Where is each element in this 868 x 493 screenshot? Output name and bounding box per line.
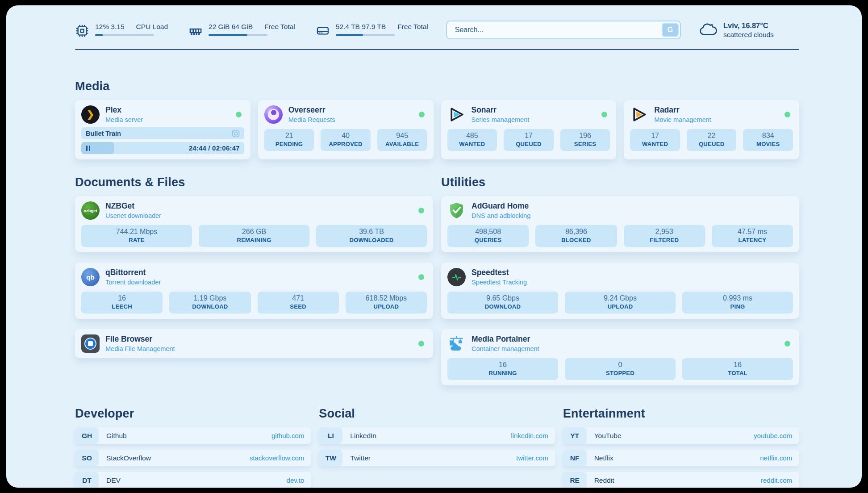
- link-name: DEV: [106, 476, 121, 485]
- card-header-text: NZBGetUsenet downloader: [105, 201, 161, 220]
- link-name: StackOverflow: [106, 454, 151, 462]
- card-title: Plex: [105, 105, 143, 115]
- now-playing-title: Bullet Train: [86, 130, 121, 137]
- card-header-text: Media PortainerContainer management: [472, 334, 539, 353]
- stat-value: 17: [506, 132, 551, 140]
- app-card-overseerr[interactable]: OverseerrMedia Requests21PENDING40APPROV…: [258, 100, 434, 159]
- stat-label: SERIES: [563, 141, 608, 147]
- stat-value: 485: [450, 132, 495, 140]
- app-card-adguard-home[interactable]: AdGuard HomeDNS and adblocking498,508QUE…: [441, 196, 799, 252]
- link-list: YTYouTubeyoutube.comNFNetflixnetflix.com…: [563, 427, 799, 488]
- link-row-linkedin[interactable]: LILinkedInlinkedin.com: [319, 427, 555, 444]
- app-card-speedtest[interactable]: SpeedtestSpeedtest Tracking9.65 GbpsDOWN…: [441, 263, 799, 319]
- disk-free: 52.4 TB: [336, 23, 360, 30]
- stat-chip-filtered: 2,953FILTERED: [624, 225, 705, 247]
- link-tag: RE: [563, 472, 587, 488]
- app-card-qbittorrent[interactable]: qbqBittorrentTorrent downloader16LEECH1.…: [75, 263, 433, 319]
- link-url: youtube.com: [754, 432, 792, 439]
- card-title: File Browser: [105, 334, 175, 344]
- weather-widget: Lviv, 16.87°C scattered clouds: [699, 21, 799, 39]
- stat-label: DOWNLOAD: [450, 303, 555, 310]
- card-stats-row: 498,508QUERIES86,396BLOCKED2,953FILTERED…: [447, 225, 793, 247]
- link-section-social: SocialLILinkedInlinkedin.comTWTwittertwi…: [319, 407, 555, 466]
- card-header: SonarrSeries management: [447, 105, 610, 124]
- stat-chip-available: 945AVAILABLE: [377, 129, 427, 151]
- card-header-text: AdGuard HomeDNS and adblocking: [472, 201, 530, 220]
- stat-value: 40: [323, 132, 368, 140]
- link-row-dev[interactable]: DTDEVdev.to: [75, 472, 311, 488]
- card-stats-row: 744.21 MbpsRATE266 GBREMAINING39.6 TBDOW…: [81, 225, 427, 247]
- stat-label: RATE: [84, 237, 189, 243]
- stat-value: 9.65 Gbps: [450, 294, 555, 302]
- search-input[interactable]: [446, 21, 681, 39]
- status-online-dot: [418, 341, 424, 347]
- link-tag: SO: [75, 450, 99, 466]
- card-header-text: SonarrSeries management: [472, 105, 530, 124]
- plex-icon: ❯: [81, 105, 100, 124]
- app-card-radarr[interactable]: RadarrMovie management17WANTED22QUEUED83…: [624, 100, 799, 159]
- cpu-usage: 12%: [95, 23, 109, 30]
- status-online-dot: [785, 112, 790, 117]
- card-subtitle: Media Requests: [288, 116, 335, 124]
- card-title: Radarr: [654, 105, 711, 115]
- stat-label: WANTED: [633, 141, 677, 147]
- cpu-stat: 12% 3.15 CPU Load: [75, 22, 168, 38]
- link-row-netflix[interactable]: NFNetflixnetflix.com: [563, 450, 799, 466]
- stat-chip-queries: 498,508QUERIES: [447, 225, 529, 247]
- stat-chip-stopped: 0STOPPED: [565, 358, 676, 380]
- playback-progress-content: 24:44 / 02:06:47: [86, 144, 240, 152]
- sonarr-icon: [447, 105, 466, 124]
- stat-label: SEED: [260, 303, 336, 310]
- stat-chip-upload: 618.52 MbpsUPLOAD: [346, 292, 427, 313]
- stat-value: 2,953: [626, 228, 702, 236]
- status-online-dot: [785, 341, 790, 347]
- link-row-stackoverflow[interactable]: SOStackOverflowstackoverflow.com: [75, 450, 311, 466]
- ram-icon: [188, 24, 203, 38]
- card-subtitle: Usenet downloader: [105, 212, 161, 220]
- card-title: qBittorrent: [105, 268, 161, 278]
- playback-time: 24:44 / 02:06:47: [189, 144, 240, 152]
- weather-condition: scattered clouds: [723, 31, 774, 39]
- stat-chip-download: 1.19 GbpsDOWNLOAD: [169, 292, 250, 313]
- link-row-github[interactable]: GHGithubgithub.com: [75, 427, 311, 444]
- search-engine-button[interactable]: G: [662, 23, 679, 37]
- stat-label: UPLOAD: [568, 303, 673, 310]
- stat-label: DOWNLOAD: [172, 303, 248, 310]
- app-card-sonarr[interactable]: SonarrSeries management485WANTED17QUEUED…: [441, 100, 617, 159]
- link-url: twitter.com: [516, 454, 548, 462]
- now-playing-row: Bullet Train: [81, 127, 244, 139]
- card-subtitle: DNS and adblocking: [472, 212, 530, 220]
- cloud-icon: [699, 23, 718, 37]
- stat-label: LEECH: [84, 303, 160, 310]
- disk-progress-fill: [336, 34, 363, 36]
- link-tag: NF: [563, 450, 587, 466]
- stat-label: UPLOAD: [348, 303, 424, 310]
- card-title: Overseerr: [288, 105, 335, 115]
- app-card-plex[interactable]: ❯PlexMedia serverBullet Train24:44 / 02:…: [75, 100, 250, 159]
- link-name: Netflix: [594, 454, 613, 462]
- card-header-text: qBittorrentTorrent downloader: [105, 268, 161, 286]
- card-subtitle: Series management: [472, 116, 530, 124]
- app-card-media-portainer[interactable]: Media PortainerContainer management16RUN…: [441, 329, 799, 385]
- link-row-reddit[interactable]: RERedditreddit.com: [563, 472, 799, 488]
- disk-icon: [316, 24, 330, 38]
- stat-chip-pending: 21PENDING: [264, 129, 314, 151]
- stat-label: APPROVED: [323, 141, 368, 147]
- stat-label: QUEUED: [689, 141, 734, 147]
- app-card-nzbget[interactable]: nzbgetNZBGetUsenet downloader744.21 Mbps…: [75, 196, 433, 252]
- stat-value: 21: [267, 132, 312, 140]
- link-row-twitter[interactable]: TWTwittertwitter.com: [319, 450, 555, 466]
- link-name: Github: [106, 432, 127, 440]
- app-card-file-browser[interactable]: File BrowserMedia File Management: [75, 329, 433, 358]
- stat-value: 17: [633, 132, 677, 140]
- stat-chip-running: 16RUNNING: [447, 358, 558, 380]
- stat-label: QUEUED: [506, 141, 551, 147]
- card-subtitle: Media File Management: [105, 345, 175, 353]
- card-header: ❯PlexMedia server: [81, 105, 244, 124]
- stat-label: RUNNING: [450, 370, 555, 376]
- link-row-youtube[interactable]: YTYouTubeyoutube.com: [563, 427, 799, 444]
- link-url: reddit.com: [761, 476, 792, 484]
- stat-value: 16: [84, 294, 160, 302]
- disk-stat: 52.4 TB 97.9 TB Free Total: [316, 22, 428, 38]
- stat-label: DOWNLOADED: [319, 237, 424, 243]
